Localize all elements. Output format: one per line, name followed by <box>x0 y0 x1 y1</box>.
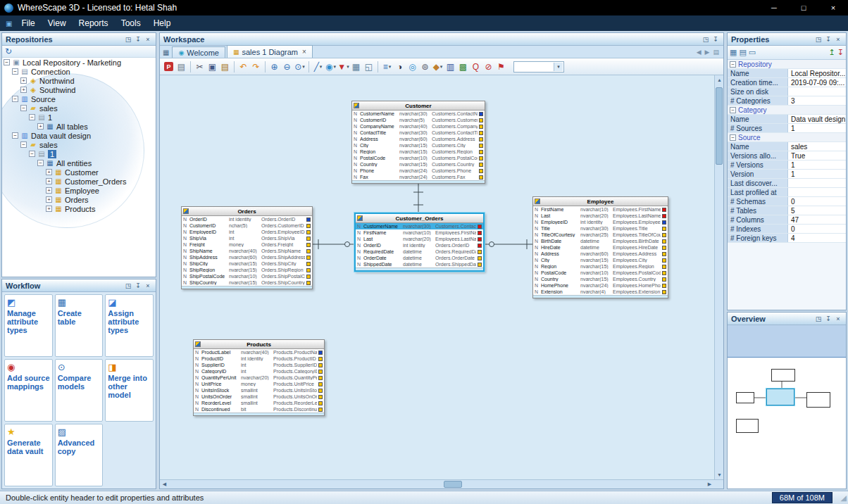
menu-reports[interactable]: Reports <box>73 16 115 30</box>
stop-button[interactable]: ⊘ <box>482 61 494 73</box>
entity-orders[interactable]: OrdersNOrderIDint identityOrders.OrderID… <box>181 206 313 289</box>
entity-attribute-row[interactable]: NAddressnvarchar(60)Customers.Address <box>352 136 485 142</box>
vertical-scrollbar[interactable]: ▲ ▼ <box>714 75 723 479</box>
entity-attribute-row[interactable]: NHireDatedatetimeEmployees.HireDate <box>533 244 668 251</box>
horizontal-scroll-thumb[interactable] <box>444 481 462 488</box>
menu-file[interactable]: File <box>15 16 41 30</box>
tree-expander-icon[interactable]: + <box>20 87 27 93</box>
entity-attribute-row[interactable]: NFirstNamenvarchar(10)Employees.FirstNam… <box>356 229 483 236</box>
entity-customer-orders[interactable]: Customer_OrdersNCustomerNamenvarchar(30)… <box>354 213 485 272</box>
workflow-merge-into-other-model-button[interactable]: ◨Merge into other model <box>105 359 154 422</box>
property-row[interactable]: NameLocal Repositor... <box>728 69 846 78</box>
property-row[interactable]: # Tables5 <box>728 206 846 215</box>
workflow-generate-data-vault-button[interactable]: ★Generate data vault <box>4 424 53 486</box>
entity-attribute-row[interactable]: NEmployeeIDintOrders.EmployeeID <box>182 229 312 235</box>
close-panel-icon[interactable]: × <box>144 36 152 43</box>
entity-attribute-row[interactable]: NShipRegionnvarchar(15)Orders.ShipRegion <box>182 267 312 273</box>
memory-indicator[interactable]: 68M of 108M <box>772 492 833 503</box>
overview-map[interactable] <box>728 325 846 489</box>
entity-attribute-row[interactable]: NCountrynvarchar(15)Employees.Country <box>533 276 668 282</box>
entity-products[interactable]: ProductsNProductLabelnvarchar(40)Product… <box>193 339 325 416</box>
property-row[interactable]: Last discover... <box>728 179 846 188</box>
float-panel-icon[interactable]: ◳ <box>124 282 132 289</box>
entity-attribute-row[interactable]: NContactTitlenvarchar(30)Customers.Conta… <box>352 130 485 136</box>
grid-view-button[interactable]: ▦ <box>350 61 362 73</box>
property-row[interactable]: Version1 <box>728 170 846 179</box>
menu-tools[interactable]: Tools <box>115 16 147 30</box>
entity-attribute-row[interactable]: NShipNamenvarchar(40)Orders.ShipName <box>182 248 312 254</box>
tree-expander-icon[interactable]: − <box>20 105 27 111</box>
pin-panel-icon[interactable]: ↧ <box>134 282 142 289</box>
entity-attribute-row[interactable]: NRegionnvarchar(15)Employees.Region <box>533 263 668 270</box>
globe-button[interactable]: ◎ <box>406 61 418 73</box>
entity-attribute-row[interactable]: NShipViaintOrders.ShipVia <box>182 235 312 241</box>
tree-expander-icon[interactable]: + <box>46 187 52 194</box>
close-panel-icon[interactable]: × <box>834 36 842 43</box>
workflow-manage-attribute-types-button[interactable]: ◩Manage attribute types <box>4 294 53 357</box>
entity-attribute-row[interactable]: NCustomerNamenvarchar(30)Customers.Conta… <box>356 223 483 229</box>
tree-expander-icon[interactable]: + <box>46 196 52 203</box>
collapse-section-icon[interactable]: − <box>730 107 736 113</box>
palette-button[interactable]: ◆▾ <box>432 61 444 73</box>
tree-item-southwind[interactable]: +◈Southwind <box>2 85 156 94</box>
entity-employee[interactable]: EmployeeNFirstNamenvarchar(10)Employees.… <box>532 196 668 298</box>
entity-attribute-row[interactable]: NSupplierIDintProducts.SupplierID <box>194 362 324 368</box>
entity-header[interactable]: Employee <box>533 197 668 206</box>
tree-expander-icon[interactable]: + <box>46 206 52 212</box>
tree-item-all-entities[interactable]: −▦All entities <box>2 158 156 168</box>
close-panel-icon[interactable]: × <box>834 315 842 322</box>
pin-button[interactable]: ⚑ <box>495 61 507 73</box>
scroll-down-icon[interactable]: ▼ <box>715 470 724 479</box>
pin-panel-icon[interactable]: ↧ <box>824 36 833 43</box>
collapse-section-icon[interactable]: − <box>730 61 736 68</box>
pdf-export-button[interactable]: P <box>163 61 175 73</box>
entity-attribute-row[interactable]: NPostalCodenvarchar(10)Customers.PostalC… <box>352 155 485 161</box>
entity-attribute-row[interactable]: NFaxnvarchar(24)Customers.Fax <box>352 174 485 180</box>
collapse-all-icon[interactable]: ↧ <box>837 48 844 57</box>
entity-attribute-row[interactable]: NExtensionnvarchar(4)Employees.Extension <box>533 289 668 295</box>
entity-attribute-row[interactable]: NCategoryIDintProducts.CategoryID <box>194 368 324 374</box>
entity-attribute-row[interactable]: NCountrynvarchar(15)Customers.Country <box>352 161 485 168</box>
entity-attribute-row[interactable]: NLastnvarchar(20)Employees.LastName <box>533 213 668 219</box>
property-row[interactable]: # Sources1 <box>728 124 846 133</box>
properties-panel-header[interactable]: Properties ◳↧× <box>728 33 846 46</box>
tree-item-connection[interactable]: −▤Connection <box>2 67 156 76</box>
entity-attribute-row[interactable]: NAddressnvarchar(60)Employees.Address <box>533 251 668 257</box>
entity-attribute-row[interactable]: NUnitsOnOrdersmallintProducts.UnitsOnOrd… <box>194 393 324 400</box>
workflow-compare-models-button[interactable]: ⊙Compare models <box>55 359 104 422</box>
tree-expander-icon[interactable]: − <box>12 96 18 102</box>
entity-attribute-row[interactable]: NUnitsInStocksmallintProducts.UnitsInSto… <box>194 387 324 393</box>
print-button[interactable]: ▤ <box>175 61 187 73</box>
tree-expander-icon[interactable]: + <box>46 169 52 175</box>
property-row[interactable]: # Columns47 <box>728 215 846 225</box>
relationship-color-button[interactable]: ◉▾ <box>325 61 337 73</box>
entity-attribute-row[interactable]: NTitlenvarchar(30)Employees.Title <box>533 225 668 232</box>
tree-item-northwind[interactable]: +◈Northwind <box>2 76 156 85</box>
form-view-icon[interactable]: ▤ <box>739 48 746 57</box>
find-button[interactable]: ⊚ <box>419 61 431 73</box>
nav-menu-icon[interactable]: ▤ <box>713 49 719 56</box>
tree-expander-icon[interactable]: − <box>29 114 35 120</box>
close-tab-icon[interactable]: × <box>302 48 306 56</box>
entity-attribute-row[interactable]: NCustomerIDnvarchar(5)Customers.Customer… <box>352 117 485 123</box>
entity-header[interactable]: Customer_Orders <box>356 214 483 223</box>
tree-item-employee[interactable]: +▦Employee <box>2 186 156 195</box>
vertical-scroll-thumb[interactable] <box>716 87 723 165</box>
entity-attribute-row[interactable]: NPhonenvarchar(24)Customers.Phone <box>352 168 485 174</box>
copy-button[interactable]: ▣ <box>206 61 218 73</box>
entity-attribute-row[interactable]: NCitynvarchar(15)Employees.City <box>533 257 668 263</box>
tree-expander-icon[interactable]: − <box>12 68 18 75</box>
entity-attribute-row[interactable]: NUnitPricemoneyProducts.UnitPrice <box>194 381 324 387</box>
tree-item-orders[interactable]: +▦Orders <box>2 195 156 204</box>
tree-expander-icon[interactable]: − <box>20 141 27 148</box>
pin-panel-icon[interactable]: ↧ <box>134 36 142 43</box>
scroll-left-icon[interactable]: ◀ <box>160 480 169 489</box>
entity-attribute-row[interactable]: NPostalCodenvarchar(10)Employees.PostalC… <box>533 270 668 276</box>
workflow-panel-header[interactable]: Workflow ◳↧× <box>2 279 156 292</box>
entity-attribute-row[interactable]: NRegionnvarchar(15)Customers.Region <box>352 149 485 155</box>
float-panel-icon[interactable]: ◳ <box>702 36 710 43</box>
tree-expander-icon[interactable]: − <box>12 132 18 139</box>
property-row[interactable]: # Versions1 <box>728 160 846 170</box>
entity-attribute-row[interactable]: NOrderIDint identityOrders.OrderID <box>182 216 312 222</box>
schema-view-button[interactable]: ▩ <box>457 61 469 73</box>
